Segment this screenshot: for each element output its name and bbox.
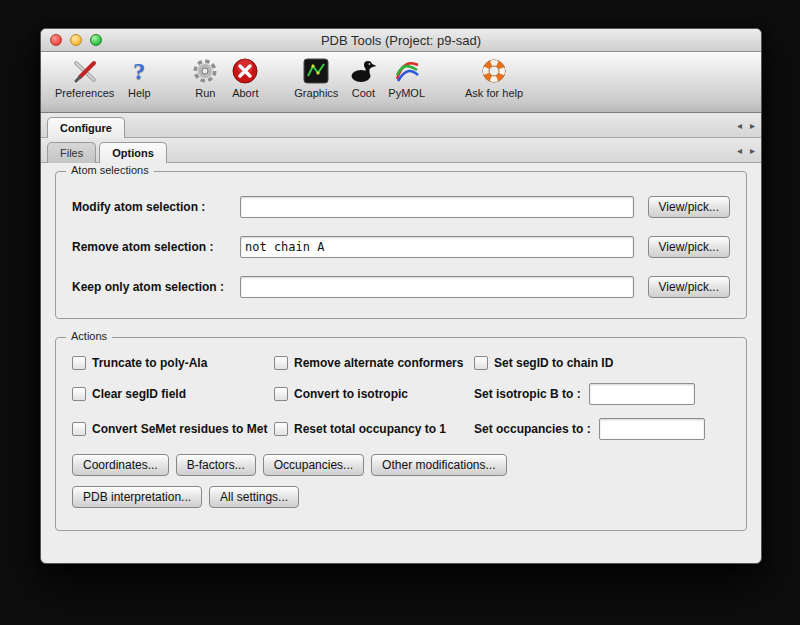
modify-atom-selection-input[interactable] — [240, 196, 634, 218]
toolbar-button-help[interactable]: ? Help — [124, 56, 154, 99]
checkbox-label: Clear segID field — [92, 387, 186, 401]
actions-grid: Truncate to poly-Ala Remove alternate co… — [72, 356, 730, 440]
group-title: Actions — [66, 330, 112, 342]
atom-selections-group: Atom selections Modify atom selection : … — [55, 171, 747, 319]
checkbox-label: Reset total occupancy to 1 — [294, 422, 446, 436]
checkbox-remove-alternate-conformers[interactable]: Remove alternate conformers — [274, 356, 470, 370]
remove-atom-selection-input[interactable] — [240, 236, 634, 258]
set-occupancies-input[interactable] — [599, 418, 705, 440]
checkbox-convert-semet-to-met[interactable]: Convert SeMet residues to Met — [72, 418, 270, 440]
title-bar: PDB Tools (Project: p9-sad) — [41, 29, 761, 52]
toolbar-label: PyMOL — [388, 87, 425, 99]
scroll-left-icon[interactable]: ◂ — [737, 145, 742, 156]
actions-button-row-1: Coordinates... B-factors... Occupancies.… — [72, 454, 730, 476]
set-occupancies-label: Set occupancies to : — [474, 422, 591, 436]
pymol-ribbon-icon — [392, 56, 422, 86]
preferences-tools-icon — [70, 56, 100, 86]
remove-atom-selection-label: Remove atom selection : — [72, 240, 240, 254]
scroll-left-icon[interactable]: ◂ — [737, 120, 742, 131]
tab-label: Configure — [60, 122, 112, 134]
empty-space — [55, 549, 747, 564]
toolbar-button-graphics[interactable]: Graphics — [294, 56, 338, 99]
toolbar-button-run[interactable]: Run — [190, 56, 220, 99]
options-panel: Atom selections Modify atom selection : … — [41, 163, 761, 564]
keep-view-pick-button[interactable]: View/pick... — [648, 276, 730, 298]
toolbar: Preferences ? Help Run — [41, 52, 761, 113]
sub-tab-scroll-arrows: ◂ ▸ — [737, 138, 755, 162]
keep-only-atom-selection-row: Keep only atom selection : View/pick... — [72, 276, 730, 298]
lifebuoy-icon — [479, 56, 509, 86]
scroll-right-icon[interactable]: ▸ — [750, 120, 755, 131]
all-settings-button[interactable]: All settings... — [209, 486, 299, 508]
coot-bird-icon — [348, 56, 378, 86]
checkbox-icon — [274, 387, 288, 401]
modify-view-pick-button[interactable]: View/pick... — [648, 196, 730, 218]
checkbox-label: Convert SeMet residues to Met — [92, 422, 267, 436]
checkbox-icon — [274, 356, 288, 370]
set-isotropic-b-label: Set isotropic B to : — [474, 387, 581, 401]
modify-atom-selection-label: Modify atom selection : — [72, 200, 240, 214]
pdb-interpretation-button[interactable]: PDB interpretation... — [72, 486, 202, 508]
desktop: { "window": { "title": "PDB Tools (Proje… — [0, 0, 800, 625]
help-question-icon: ? — [124, 56, 154, 86]
toolbar-button-preferences[interactable]: Preferences — [55, 56, 114, 99]
checkbox-label: Truncate to poly-Ala — [92, 356, 207, 370]
toolbar-label: Preferences — [55, 87, 114, 99]
actions-group: Actions Truncate to poly-Ala Remove alte… — [55, 337, 747, 531]
modify-atom-selection-row: Modify atom selection : View/pick... — [72, 196, 730, 218]
b-factors-button[interactable]: B-factors... — [176, 454, 256, 476]
tab-label: Files — [60, 147, 83, 159]
toolbar-label: Run — [195, 87, 215, 99]
main-tab-bar: Configure ◂ ▸ — [41, 113, 761, 138]
tab-configure[interactable]: Configure — [47, 117, 125, 138]
checkbox-clear-segid-field[interactable]: Clear segID field — [72, 383, 270, 405]
checkbox-set-segid-to-chain-id[interactable]: Set segID to chain ID — [474, 356, 730, 370]
toolbar-label: Graphics — [294, 87, 338, 99]
occupancies-button[interactable]: Occupancies... — [263, 454, 364, 476]
toolbar-label: Help — [128, 87, 151, 99]
checkbox-reset-total-occupancy[interactable]: Reset total occupancy to 1 — [274, 418, 470, 440]
group-title: Atom selections — [66, 164, 154, 176]
toolbar-label: Coot — [352, 87, 375, 99]
checkbox-icon — [474, 356, 488, 370]
remove-atom-selection-row: Remove atom selection : View/pick... — [72, 236, 730, 258]
toolbar-button-abort[interactable]: Abort — [230, 56, 260, 99]
checkbox-icon — [72, 387, 86, 401]
keep-only-atom-selection-label: Keep only atom selection : — [72, 280, 240, 294]
coordinates-button[interactable]: Coordinates... — [72, 454, 169, 476]
app-window: PDB Tools (Project: p9-sad) Preferences … — [40, 28, 762, 564]
set-isotropic-b-row: Set isotropic B to : — [474, 383, 730, 405]
checkbox-label: Convert to isotropic — [294, 387, 408, 401]
toolbar-button-ask-for-help[interactable]: Ask for help — [465, 56, 523, 99]
abort-x-icon — [230, 56, 260, 86]
main-tab-scroll-arrows: ◂ ▸ — [737, 113, 755, 137]
toolbar-label: Abort — [232, 87, 258, 99]
remove-view-pick-button[interactable]: View/pick... — [648, 236, 730, 258]
window-title: PDB Tools (Project: p9-sad) — [41, 33, 761, 48]
set-isotropic-b-input[interactable] — [589, 383, 695, 405]
sub-tab-bar: Files Options ◂ ▸ — [41, 138, 761, 163]
checkbox-icon — [274, 422, 288, 436]
tab-label: Options — [112, 147, 154, 159]
checkbox-convert-to-isotropic[interactable]: Convert to isotropic — [274, 383, 470, 405]
tab-options[interactable]: Options — [99, 142, 167, 163]
other-modifications-button[interactable]: Other modifications... — [371, 454, 506, 476]
gear-icon — [190, 56, 220, 86]
checkbox-label: Set segID to chain ID — [494, 356, 613, 370]
checkbox-label: Remove alternate conformers — [294, 356, 463, 370]
toolbar-button-pymol[interactable]: PyMOL — [388, 56, 425, 99]
keep-only-atom-selection-input[interactable] — [240, 276, 634, 298]
checkbox-icon — [72, 356, 86, 370]
actions-button-row-2: PDB interpretation... All settings... — [72, 486, 730, 508]
checkbox-truncate-poly-ala[interactable]: Truncate to poly-Ala — [72, 356, 270, 370]
tab-files[interactable]: Files — [47, 142, 96, 163]
graphics-icon — [301, 56, 331, 86]
set-occupancies-row: Set occupancies to : — [474, 418, 730, 440]
scroll-right-icon[interactable]: ▸ — [750, 145, 755, 156]
toolbar-label: Ask for help — [465, 87, 523, 99]
checkbox-icon — [72, 422, 86, 436]
toolbar-button-coot[interactable]: Coot — [348, 56, 378, 99]
